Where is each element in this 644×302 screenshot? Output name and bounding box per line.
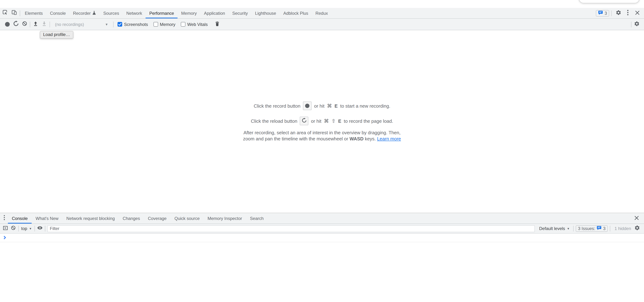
screenshots-checkbox[interactable]: Screenshots [118, 22, 148, 27]
tab-redux[interactable]: Redux [312, 8, 331, 18]
tab-label: Console [50, 11, 66, 16]
tab-security[interactable]: Security [228, 8, 252, 18]
tab-network[interactable]: Network [123, 8, 146, 18]
recordings-select-value: (no recordings) [55, 22, 84, 27]
console-filter-input[interactable] [47, 225, 535, 232]
memory-checkbox[interactable]: Memory [153, 22, 176, 27]
tab-label: Sources [103, 11, 119, 16]
javascript-context-select[interactable]: top ▼ [20, 226, 33, 231]
tab-label: Recorder [73, 11, 91, 16]
log-levels-select[interactable]: Default levels ▼ [538, 226, 571, 231]
checkbox-unchecked-icon [181, 22, 186, 27]
console-issues-button[interactable]: 3 Issues: 3 [576, 225, 608, 232]
tab-adblock-plus[interactable]: Adblock Plus [280, 8, 312, 18]
record-instruction-row: Click the record button or hit ⌘ E to st… [254, 101, 390, 110]
garbage-collect-button[interactable] [213, 20, 222, 29]
console-sidebar-toggle-button[interactable] [2, 225, 9, 233]
gear-icon [616, 10, 621, 17]
drawer-tab-network-request-blocking[interactable]: Network request blocking [62, 213, 118, 224]
capture-settings-button[interactable] [632, 20, 641, 29]
cmd-key-glyph: ⌘ [327, 103, 332, 109]
record-button-illustration[interactable] [303, 101, 312, 110]
tab-recorder[interactable]: Recorder [69, 8, 100, 18]
drawer-tab-whats-new[interactable]: What's New [32, 213, 62, 224]
load-profile-button[interactable] [31, 20, 40, 29]
issues-count: 3 [605, 11, 607, 16]
drawer-tab-coverage[interactable]: Coverage [144, 213, 170, 224]
separator [30, 22, 30, 27]
chevron-down-icon: ▼ [29, 227, 32, 230]
separator [34, 226, 35, 231]
devtools-window: Elements Console Recorder Sources Networ… [0, 0, 644, 302]
separator [610, 226, 610, 231]
separator [573, 226, 574, 231]
tab-console[interactable]: Console [46, 8, 69, 18]
tab-sources[interactable]: Sources [100, 8, 123, 18]
kebab-menu-icon [4, 215, 5, 222]
tab-label: Memory [181, 11, 197, 16]
console-messages-area[interactable] [0, 234, 644, 302]
drawer-tab-quick-source[interactable]: Quick source [170, 213, 204, 224]
separator [45, 226, 45, 231]
tab-lighthouse[interactable]: Lighthouse [252, 8, 280, 18]
console-prompt-chevron-icon [3, 234, 6, 241]
chevron-down-icon: ▼ [105, 23, 108, 26]
drawer-tab-search[interactable]: Search [246, 213, 268, 224]
more-options-button[interactable] [623, 8, 632, 18]
reload-instruction-row: Click the reload button or hit ⌘ ⇧ E to … [251, 117, 393, 125]
tab-performance[interactable]: Performance [146, 8, 178, 18]
close-icon [634, 215, 639, 222]
tab-label: Console [12, 216, 28, 221]
context-value: top [21, 226, 27, 231]
browser-popup-remnant [578, 0, 640, 3]
shift-key-glyph: ⇧ [332, 118, 336, 124]
gear-icon [634, 21, 640, 28]
clear-console-button[interactable] [9, 225, 17, 233]
drawer-tab-console[interactable]: Console [8, 213, 32, 224]
drawer-tab-changes[interactable]: Changes [119, 213, 144, 224]
reload-and-record-button[interactable] [12, 20, 20, 29]
tab-label: Network request blocking [66, 216, 115, 221]
after-recording-help-text: After recording, select an area of inter… [240, 130, 404, 142]
close-icon [635, 10, 640, 16]
drawer-more-tabs-button[interactable] [1, 213, 8, 224]
issues-bubble-icon [598, 10, 603, 16]
reload-button-illustration[interactable] [300, 117, 308, 125]
flask-icon [92, 10, 96, 16]
separator [631, 22, 632, 27]
web-vitals-checkbox[interactable]: Web Vitals [181, 22, 208, 27]
record-instruction-mid: or hit [314, 103, 324, 108]
tab-application[interactable]: Application [200, 8, 228, 18]
console-toolbar: top ▼ Default levels ▼ 3 Issues: [0, 224, 644, 234]
tab-label: Search [250, 216, 264, 221]
inspect-element-button[interactable] [0, 8, 9, 18]
record-button[interactable] [3, 20, 12, 29]
save-profile-button[interactable] [40, 20, 48, 29]
tab-label: Application [204, 11, 225, 16]
wasd-keys: WASD [350, 136, 364, 141]
close-devtools-button[interactable] [632, 8, 642, 18]
issues-counter-button[interactable]: 3 [596, 10, 609, 16]
reload-icon [13, 21, 19, 28]
console-prompt-row[interactable] [0, 234, 644, 242]
separator [20, 10, 20, 16]
chevron-down-icon: ▼ [567, 227, 570, 230]
tab-elements[interactable]: Elements [21, 8, 46, 18]
separator [113, 22, 114, 27]
create-live-expression-button[interactable] [36, 225, 44, 233]
inspect-cursor-icon [2, 9, 8, 17]
drawer-tabbar: Console What's New Network request block… [0, 213, 644, 224]
close-drawer-button[interactable] [632, 213, 641, 224]
learn-more-link[interactable]: Learn more [377, 136, 401, 141]
device-toolbar-button[interactable] [9, 8, 19, 18]
recordings-select[interactable]: (no recordings) ▼ [53, 21, 110, 28]
settings-button[interactable] [614, 8, 623, 18]
eye-icon [37, 225, 42, 232]
tab-label: Elements [25, 11, 43, 16]
tab-memory[interactable]: Memory [178, 8, 200, 18]
console-settings-button[interactable] [633, 225, 641, 233]
clear-recordings-button[interactable] [20, 20, 29, 29]
drawer-tab-memory-inspector[interactable]: Memory Inspector [204, 213, 246, 224]
help-text-part2: keys. [364, 136, 377, 141]
sidebar-panel-icon [2, 225, 8, 232]
